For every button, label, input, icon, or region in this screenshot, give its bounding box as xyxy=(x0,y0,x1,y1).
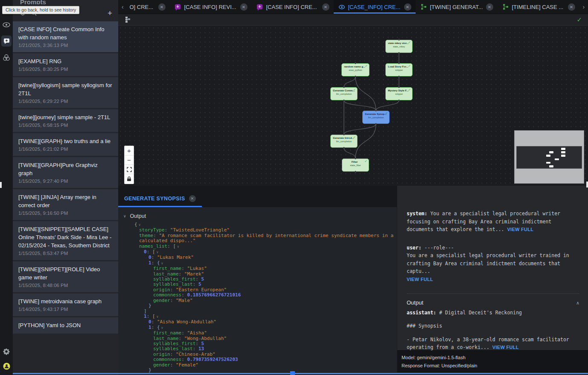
node-subtitle: llm_completion xyxy=(331,140,357,144)
add-prompt-button[interactable]: + xyxy=(108,9,112,17)
prompt-list-item-5[interactable]: [TWINE][GRAPH]Pure Graphviz graph1/15/20… xyxy=(13,157,118,188)
node-output-port[interactable] xyxy=(355,76,356,77)
prompt-list-item-10[interactable]: [PYTHON] Yaml to JSON xyxy=(13,317,118,334)
tab-4[interactable]: [TWINE] GENERAT...✕ xyxy=(416,0,498,14)
minimap[interactable] xyxy=(514,130,584,184)
prompt-list-item-2[interactable]: [twine][syllogism] sample syllogism for … xyxy=(13,77,118,108)
close-icon[interactable]: ✕ xyxy=(189,195,196,202)
graph-node-exec_python[interactable]: random name g...exec_python✓ xyxy=(341,63,370,76)
graph-node-llm_completion[interactable]: Generate Synop...llm_completion✓ xyxy=(362,111,390,124)
output-tab-label: GENERATE SYNOPSIS xyxy=(124,196,185,202)
tab-close-icon[interactable]: ✕ xyxy=(240,3,247,11)
graph-node-snippet[interactable]: Mystery Style F...snippet✓ xyxy=(385,87,413,100)
resize-handle[interactable] xyxy=(290,371,295,375)
tab-0[interactable]: O] CRE...✕ xyxy=(127,0,170,14)
tabs-scroll-right-icon[interactable]: › xyxy=(579,0,588,14)
lock-button[interactable] xyxy=(125,174,134,184)
node-output-port[interactable] xyxy=(398,76,400,77)
node-output-port[interactable] xyxy=(398,100,400,101)
tab-5[interactable]: [TIMELINE] CASE ...✕ xyxy=(498,0,579,14)
tab-1[interactable]: +[CASE INFO] REVI...✕ xyxy=(170,0,252,14)
view-full-link[interactable]: VIEW FULL xyxy=(492,345,519,350)
code-token: : xyxy=(170,298,176,303)
graph-node-state_filter[interactable]: Filterstate_filter✓ xyxy=(342,158,369,172)
code-token: 1 xyxy=(144,313,147,319)
prompt-list-item-6[interactable]: [TWINE] [JINJA] Array merge in correct o… xyxy=(13,189,118,220)
collapse-chevron-icon[interactable]: ∨ xyxy=(177,245,179,249)
minimap-viewport[interactable] xyxy=(516,146,582,169)
prompt-list-item-0[interactable]: [CASE INFO] Create Common Info with rand… xyxy=(13,21,118,52)
node-input-port[interactable] xyxy=(343,134,345,135)
output-section-header[interactable]: Output∧ xyxy=(407,294,579,309)
collapse-chevron-icon[interactable]: ∨ xyxy=(139,223,141,227)
prompt-list-item-7[interactable]: [TWINE][SNIPPET][SAMPLE CASE] Online Thr… xyxy=(13,221,118,260)
gear-icon[interactable] xyxy=(0,346,13,357)
node-input-port[interactable] xyxy=(398,62,400,64)
user-avatar-icon[interactable] xyxy=(0,360,13,372)
code-token: } xyxy=(148,367,151,372)
json-output-tree[interactable]: {∨storyType: "TwistedLoveTriangle"theme:… xyxy=(118,222,397,372)
prompt-list-item-9[interactable]: [TWINE] metroidvania case graph1/14/2025… xyxy=(13,293,118,316)
message-line: ### Synopsis xyxy=(407,322,579,330)
graph-canvas[interactable]: + − state mkey stor...state_mkey✓random … xyxy=(118,26,588,186)
node-input-port[interactable] xyxy=(398,86,400,88)
message-role: user: xyxy=(407,245,422,251)
code-token: "A romance scam facilitator is killed by… xyxy=(159,233,393,238)
tab-close-icon[interactable]: ✕ xyxy=(322,3,329,11)
node-input-port[interactable] xyxy=(375,110,377,111)
right-resize-handle[interactable] xyxy=(586,182,588,188)
prompt-list-item-1[interactable]: [EXAMPLE] RNG1/16/2025, 8:30:25 PM xyxy=(13,53,118,76)
tab-close-icon[interactable]: ✕ xyxy=(404,3,411,11)
tab-3[interactable]: [CASE_INFO] CRE...✕ xyxy=(334,0,416,14)
node-output-port[interactable] xyxy=(343,147,345,149)
node-input-port[interactable] xyxy=(355,158,356,159)
chevron-up-icon[interactable]: ∧ xyxy=(576,299,579,307)
collapse-chevron-icon[interactable]: ∨ xyxy=(157,250,159,254)
tab-label: [CASE INFO] CRE... xyxy=(266,4,319,10)
tab-close-icon[interactable]: ✕ xyxy=(568,3,575,11)
layout-graph-icon[interactable] xyxy=(124,16,131,23)
minimap-node xyxy=(561,151,565,153)
prompt-list-item-4[interactable]: [TWINE][GRAPH} two truths and a lie1/16/… xyxy=(13,133,118,156)
view-full-link[interactable]: VIEW FULL xyxy=(507,227,533,232)
node-input-port[interactable] xyxy=(398,39,400,41)
output-section-header[interactable]: ∨ Output xyxy=(118,213,397,219)
model-info-footer: Model: gemini/gemini-1.5-flash Response … xyxy=(397,350,588,372)
code-token: "Aisha" xyxy=(187,330,207,336)
prompt-timestamp: 1/16/2025, 6:58:15 PM xyxy=(18,123,113,128)
tab-close-icon[interactable]: ✕ xyxy=(486,3,493,11)
collapse-chevron-icon[interactable]: ∨ xyxy=(161,261,163,265)
collapse-chevron-icon[interactable]: ∨ xyxy=(161,326,163,330)
graph-node-snippet[interactable]: Load Story For...snippet✓ xyxy=(385,63,413,76)
node-output-port[interactable] xyxy=(398,52,400,54)
prompt-title: [twine][journey] simple sample - 2T1L xyxy=(18,113,113,121)
graph-node-llm_completion[interactable]: Generate Comm...llm_completion✓ xyxy=(330,87,358,100)
collapse-chevron-icon[interactable]: ∨ xyxy=(157,315,159,319)
view-full-link[interactable]: VIEW FULL xyxy=(407,277,433,282)
node-output-port[interactable] xyxy=(375,123,377,125)
zoom-in-button[interactable]: + xyxy=(125,146,134,155)
tab-generate-synopsis[interactable]: GENERATE SYNOPSIS ✕ xyxy=(118,191,202,207)
node-output-port[interactable] xyxy=(355,171,356,173)
graph-node-state_mkey[interactable]: state mkey stor...state_mkey✓ xyxy=(385,40,413,53)
node-output-port[interactable] xyxy=(343,100,345,101)
graph-node-llm_completion[interactable]: Generate Introd...llm_completion✓ xyxy=(330,135,358,148)
prompt-list-item-3[interactable]: [twine][journey] simple sample - 2T1L1/1… xyxy=(13,109,118,132)
horizontal-resize-divider[interactable] xyxy=(13,373,588,374)
tab-close-icon[interactable]: ✕ xyxy=(158,3,166,11)
fit-view-button[interactable] xyxy=(125,165,134,174)
knot-icon[interactable] xyxy=(0,52,13,63)
node-input-port[interactable] xyxy=(343,86,345,88)
llm-detail-panel: system: You are a specialist legal proce… xyxy=(397,186,588,372)
node-input-port[interactable] xyxy=(355,62,356,64)
left-resize-handle[interactable] xyxy=(0,182,2,188)
chat-plus-icon[interactable] xyxy=(1,35,12,47)
prompt-list-item-8[interactable]: [TWINE][SNIPPET][ROLE] Video game writer… xyxy=(13,261,118,292)
chevron-down-icon: ∨ xyxy=(123,214,126,218)
tab-2[interactable]: +[CASE INFO] CRE...✕ xyxy=(252,0,334,14)
zoom-out-button[interactable]: − xyxy=(125,155,134,165)
node-output-panel: GENERATE SYNOPSIS ✕ ∨ Output {∨storyType… xyxy=(118,186,397,372)
tabs-scroll-left-icon[interactable]: ‹ xyxy=(118,0,127,14)
code-token: : xyxy=(179,271,184,277)
eye-icon[interactable] xyxy=(0,19,13,30)
